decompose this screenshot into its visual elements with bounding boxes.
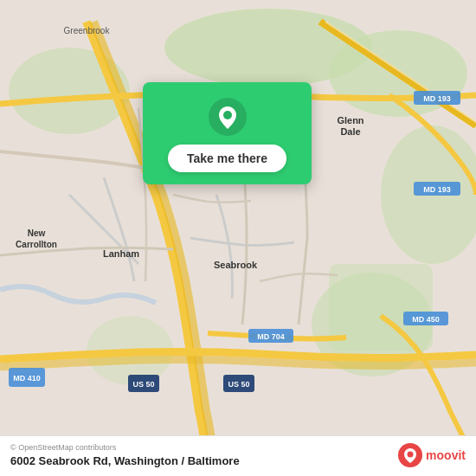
osm-attribution: © OpenStreetMap contributors: [10, 443, 240, 452]
svg-text:MD 193: MD 193: [423, 94, 451, 103]
svg-text:MD 704: MD 704: [257, 332, 285, 341]
moovit-icon: [398, 443, 422, 467]
svg-text:Carrollton: Carrollton: [16, 240, 57, 249]
svg-text:Greenbrook: Greenbrook: [64, 26, 111, 35]
bottom-bar: © OpenStreetMap contributors 6002 Seabro…: [0, 435, 476, 476]
svg-text:Seabrook: Seabrook: [214, 260, 258, 270]
svg-text:Glenn: Glenn: [337, 115, 363, 125]
location-card: Take me there: [143, 82, 312, 184]
svg-text:MD 193: MD 193: [423, 185, 451, 194]
svg-text:New: New: [28, 228, 46, 238]
svg-text:MD 450: MD 450: [412, 315, 440, 324]
svg-point-32: [223, 111, 232, 119]
svg-text:Lanham: Lanham: [103, 248, 139, 259]
moovit-logo: moovit: [398, 443, 466, 467]
svg-text:US 50: US 50: [228, 380, 249, 389]
moovit-label: moovit: [426, 448, 466, 462]
svg-text:MD 410: MD 410: [13, 374, 41, 383]
map-svg: MD 193 MD 193 MD 193 MD 704 MD 450 MD 41…: [0, 0, 476, 476]
take-me-there-button[interactable]: Take me there: [168, 145, 286, 172]
address-label: 6002 Seabrook Rd, Washington / Baltimore: [10, 454, 240, 467]
bottom-info: © OpenStreetMap contributors 6002 Seabro…: [10, 443, 240, 467]
svg-text:US 50: US 50: [132, 380, 154, 389]
location-pin-icon: [209, 98, 247, 136]
svg-point-34: [408, 452, 414, 458]
map-container: MD 193 MD 193 MD 193 MD 704 MD 450 MD 41…: [0, 0, 476, 476]
svg-text:Dale: Dale: [340, 126, 360, 137]
